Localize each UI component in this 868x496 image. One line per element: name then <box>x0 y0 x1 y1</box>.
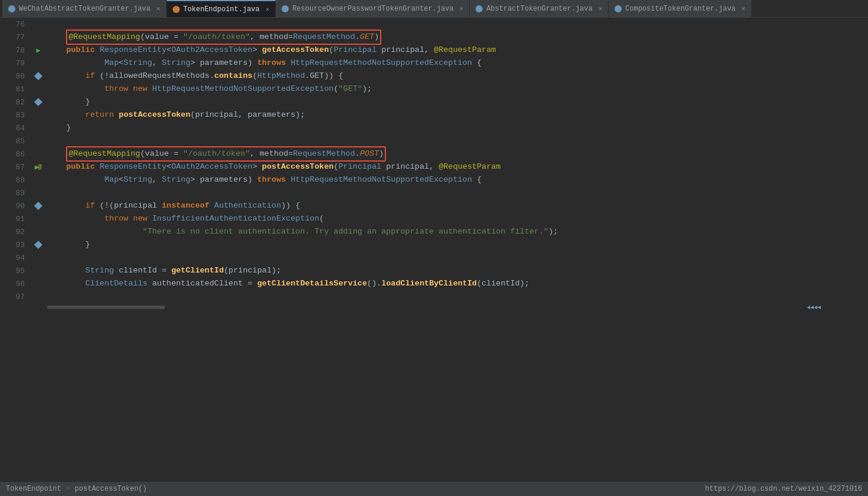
marker-90 <box>29 203 47 209</box>
linenum-84: 84 <box>0 124 29 133</box>
status-left: TokenEndpoint > postAccessToken() <box>6 485 147 493</box>
horizontal-scrollbar[interactable]: ◀◀◀◀ <box>0 303 868 311</box>
linenum-86: 86 <box>0 150 29 159</box>
tab-label-composite: CompositeTokenGranter.java <box>625 5 735 13</box>
code-80: if (!allowedRequestMethods.contains(Http… <box>47 70 343 83</box>
line-95: 95 String clientId = getClientId(princip… <box>0 264 868 277</box>
breadcrumb-separator: > <box>66 485 70 493</box>
linenum-89: 89 <box>0 189 29 198</box>
tab-wechat[interactable]: WeChatAbstractTokenGranter.java ✕ <box>2 0 167 18</box>
breadcrumb-method: postAccessToken() <box>75 485 147 493</box>
linenum-87: 87 <box>0 163 29 172</box>
line-88: 88 Map<String, String> parameters) throw… <box>0 173 868 186</box>
line-78: 78 ▶ public ResponseEntity<OAuth2AccessT… <box>0 44 868 57</box>
line-76: 76 <box>0 18 868 31</box>
line-92: 92 "There is no client authentication. T… <box>0 225 868 238</box>
tab-icon-resource <box>282 5 289 12</box>
code-86: @RequestMapping(value = "/oauth/token", … <box>47 147 386 160</box>
tab-label-resource: ResourceOwnerPasswordTokenGranter.java <box>292 5 454 13</box>
line-84: 84 } <box>0 121 868 134</box>
at-icon-87: @ <box>38 163 42 170</box>
line-87: 87 ▶ @ public ResponseEntity<OAuth2Acces… <box>0 160 868 173</box>
line-82: 82 } <box>0 96 868 109</box>
linenum-90: 90 <box>0 202 29 211</box>
line-90: 90 if (!(principal instanceof Authentica… <box>0 199 868 212</box>
linenum-85: 85 <box>0 137 29 146</box>
linenum-76: 76 <box>0 20 29 29</box>
scroll-left-icon[interactable]: ◀◀◀◀ <box>807 304 821 311</box>
status-url: https://blog.csdn.net/weixin_42271016 <box>705 485 862 493</box>
code-90: if (!(principal instanceof Authenticatio… <box>47 199 300 212</box>
tab-icon-abstract <box>476 5 483 12</box>
linenum-92: 92 <box>0 228 29 236</box>
marker-93 <box>29 242 47 248</box>
linenum-80: 80 <box>0 72 29 81</box>
tab-label-abstract: AbstractTokenGranter.java <box>486 5 592 13</box>
tab-icon-composite <box>615 5 622 12</box>
code-93: } <box>47 238 90 251</box>
code-79: Map<String, String> parameters) throws H… <box>47 57 481 70</box>
code-92: "There is no client authentication. Try … <box>47 225 558 238</box>
marker-78: ▶ <box>29 46 47 55</box>
play-icon-78: ▶ <box>36 46 40 55</box>
code-83: return postAccessToken(principal, parame… <box>47 109 305 121</box>
line-83: 83 return postAccessToken(principal, par… <box>0 109 868 121</box>
tab-close-resource[interactable]: ✕ <box>460 5 464 12</box>
annotation-post-box: @RequestMapping(value = "/oauth/token", … <box>66 146 386 162</box>
diamond-icon-93 <box>34 241 42 249</box>
editor: 76 77 @RequestMapping(value = "/oauth/to… <box>0 18 868 482</box>
marker-80 <box>29 73 47 79</box>
linenum-83: 83 <box>0 111 29 120</box>
line-89: 89 <box>0 186 868 199</box>
line-96: 96 ClientDetails authenticatedClient = g… <box>0 277 868 290</box>
code-82: } <box>47 96 90 109</box>
code-95: String clientId = getClientId(principal)… <box>47 264 281 277</box>
diamond-icon-82 <box>34 98 42 106</box>
line-86: 86 @RequestMapping(value = "/oauth/token… <box>0 147 868 160</box>
tab-token[interactable]: TokenEndpoint.java ✕ <box>167 0 276 18</box>
tab-close-token[interactable]: ✕ <box>266 5 270 13</box>
line-79: 79 Map<String, String> parameters) throw… <box>0 57 868 70</box>
linenum-94: 94 <box>0 254 29 262</box>
tab-close-composite[interactable]: ✕ <box>741 5 745 12</box>
tab-composite[interactable]: CompositeTokenGranter.java ✕ <box>609 0 752 18</box>
diamond-icon-90 <box>34 202 42 210</box>
line-80: 80 if (!allowedRequestMethods.contains(H… <box>0 70 868 83</box>
linenum-97: 97 <box>0 293 29 301</box>
linenum-88: 88 <box>0 176 29 185</box>
linenum-79: 79 <box>0 59 29 68</box>
code-88: Map<String, String> parameters) throws H… <box>47 173 481 186</box>
linenum-78: 78 <box>0 46 29 55</box>
code-area: 76 77 @RequestMapping(value = "/oauth/to… <box>0 18 868 482</box>
code-78: public ResponseEntity<OAuth2AccessToken>… <box>47 44 496 57</box>
linenum-93: 93 <box>0 241 29 249</box>
line-91: 91 throw new InsufficientAuthenticationE… <box>0 212 868 225</box>
linenum-82: 82 <box>0 98 29 107</box>
tab-resource[interactable]: ResourceOwnerPasswordTokenGranter.java ✕ <box>276 0 470 18</box>
diamond-icon-80 <box>34 72 42 80</box>
tab-bar: WeChatAbstractTokenGranter.java ✕ TokenE… <box>0 0 868 18</box>
code-96: ClientDetails authenticatedClient = getC… <box>47 277 529 290</box>
linenum-96: 96 <box>0 280 29 288</box>
status-bar: TokenEndpoint > postAccessToken() https:… <box>0 482 868 496</box>
line-94: 94 <box>0 251 868 264</box>
tab-abstract[interactable]: AbstractTokenGranter.java ✕ <box>470 0 609 18</box>
breadcrumb-class: TokenEndpoint <box>6 485 61 493</box>
line-77: 77 @RequestMapping(value = "/oauth/token… <box>0 31 868 44</box>
scroll-arrows: ◀◀◀◀ <box>807 304 821 311</box>
code-81: throw new HttpRequestMethodNotSupportedE… <box>47 83 372 96</box>
tab-icon-wechat <box>8 5 15 12</box>
scrollbar-thumb[interactable] <box>47 306 165 309</box>
tab-close-abstract[interactable]: ✕ <box>598 5 602 12</box>
tab-icon-token <box>173 6 180 13</box>
tab-label-wechat: WeChatAbstractTokenGranter.java <box>19 5 150 13</box>
tab-close-wechat[interactable]: ✕ <box>156 5 160 12</box>
code-84: } <box>47 121 71 134</box>
code-87: public ResponseEntity<OAuth2AccessToken>… <box>47 160 501 173</box>
linenum-91: 91 <box>0 215 29 224</box>
code-77: @RequestMapping(value = "/oauth/token", … <box>47 31 381 44</box>
line-81: 81 throw new HttpRequestMethodNotSupport… <box>0 83 868 96</box>
linenum-81: 81 <box>0 85 29 94</box>
line-93: 93 } <box>0 238 868 251</box>
line-85: 85 <box>0 134 868 147</box>
